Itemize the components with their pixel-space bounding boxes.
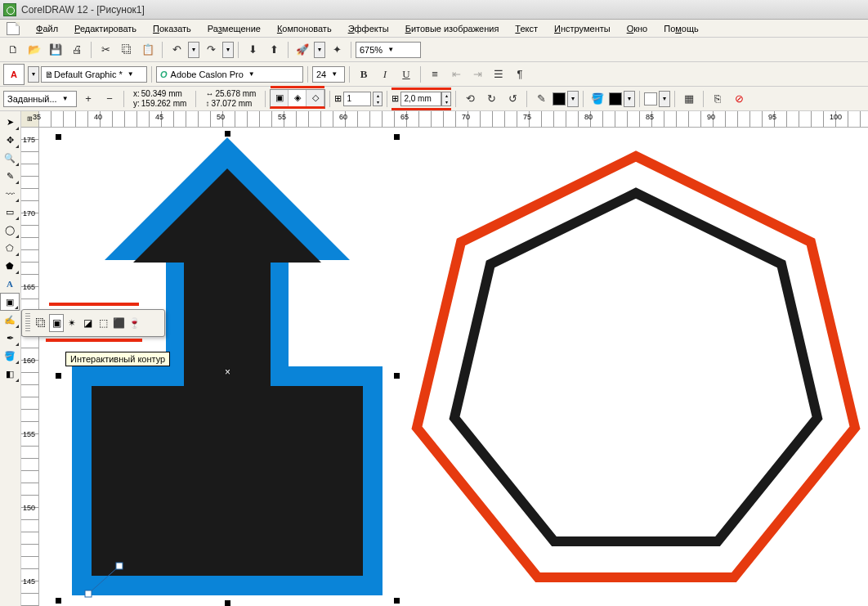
style-split[interactable]: ▾ — [28, 66, 39, 83]
steps-spinner[interactable]: ▴▾ — [373, 92, 383, 106]
contour-outside-button[interactable]: ◇ — [306, 90, 324, 106]
selection-center-marker[interactable]: × — [223, 367, 232, 376]
redo-dropdown[interactable]: ▾ — [222, 42, 234, 58]
object-accel-button[interactable]: ▦ — [679, 90, 699, 108]
flyout-grip[interactable] — [25, 313, 30, 333]
shadow-tool[interactable]: ◪ — [80, 314, 95, 332]
indent-inc-button[interactable]: ⇥ — [468, 65, 487, 83]
export-button[interactable]: ⬆ — [264, 41, 284, 59]
text-tool[interactable]: A — [0, 275, 20, 293]
polygon-tool[interactable]: ⬠ — [0, 239, 20, 257]
import-button[interactable]: ⬇ — [243, 41, 262, 59]
paste-button[interactable]: 📋 — [138, 41, 158, 59]
outline-color-drop[interactable]: ▾ — [567, 91, 579, 107]
fill-tool[interactable]: 🪣 — [0, 347, 20, 365]
transparency-tool[interactable]: 🍷 — [127, 314, 141, 332]
contour-color-cw-button[interactable]: ↻ — [481, 90, 501, 108]
remove-preset-button[interactable]: − — [100, 90, 119, 108]
add-preset-button[interactable]: + — [78, 90, 98, 108]
undo-dropdown[interactable]: ▾ — [188, 42, 199, 58]
contour-tool[interactable]: ▣ — [49, 314, 64, 332]
interactive-fill-tool[interactable]: ◧ — [0, 365, 20, 383]
ruler-label: 45 — [155, 113, 163, 121]
contour-color-ccw-button[interactable]: ↺ — [503, 90, 522, 108]
italic-button[interactable]: I — [375, 65, 395, 83]
menu-file[interactable]: Файл — [28, 21, 66, 36]
blend-tool[interactable]: ⿻ — [34, 314, 48, 332]
cut-button[interactable]: ✂ — [96, 41, 115, 59]
eyedropper-tool[interactable]: ✍ — [0, 311, 20, 329]
contour-inside-button[interactable]: ◈ — [289, 90, 306, 106]
undo-button[interactable]: ↶ — [167, 41, 186, 59]
menu-layout[interactable]: Размещение — [199, 21, 269, 36]
outline-color-swatch[interactable] — [553, 92, 566, 105]
bold-button[interactable]: B — [354, 65, 374, 83]
menu-edit[interactable]: Редактировать — [66, 21, 145, 36]
font-dropdown[interactable]: O Adobe Caslon Pro ▼ — [156, 66, 303, 83]
launcher-dropdown[interactable]: ▾ — [314, 42, 325, 58]
font-value: Adobe Caslon Pro — [171, 70, 244, 79]
ruler-horizontal: ⊞ 35404550556065707580859095100 — [21, 111, 868, 128]
envelope-tool[interactable]: ⬚ — [96, 314, 110, 332]
contour-offset-input[interactable]: 2,0 mm — [400, 92, 441, 106]
menu-arrange[interactable]: Компоновать — [269, 21, 340, 36]
underline-button[interactable]: U — [396, 65, 416, 83]
menu-window[interactable]: Окно — [619, 21, 656, 36]
print-button[interactable]: 🖨 — [67, 41, 87, 59]
menu-bitmaps[interactable]: Битовые изображения — [397, 21, 508, 36]
basic-shapes-tool[interactable]: ⬟ — [0, 257, 20, 275]
app-launcher-button[interactable]: 🚀 — [293, 41, 312, 59]
zoom-value: 675% — [360, 45, 383, 55]
menu-text[interactable]: Текст — [507, 21, 546, 36]
end-color-swatch[interactable] — [644, 92, 657, 105]
zoom-tool[interactable]: 🔍 — [0, 149, 20, 167]
ruler-label: 65 — [400, 113, 409, 121]
fill-color-drop[interactable]: ▾ — [624, 91, 635, 107]
indent-dec-button[interactable]: ⇤ — [446, 65, 466, 83]
align-left-button[interactable]: ≡ — [425, 65, 445, 83]
nonprinting-button[interactable]: ¶ — [510, 65, 530, 83]
extrude-tool[interactable]: ⬛ — [111, 314, 126, 332]
canvas[interactable]: × — [39, 128, 868, 606]
outline-tool[interactable]: ✒ — [0, 329, 20, 347]
pick-tool[interactable]: ➤ — [0, 113, 20, 131]
save-button[interactable]: 💾 — [46, 41, 65, 59]
ruler-vertical: 175170165160155150145 — [21, 128, 39, 606]
style-dropdown[interactable]: 🗎 Default Graphic * ▼ — [41, 66, 147, 83]
offset-spinner[interactable]: ▴▾ — [441, 92, 451, 106]
smart-draw-tool[interactable]: 〰 — [0, 185, 20, 203]
ruler-label: 55 — [278, 113, 286, 121]
copy-props-button[interactable]: ⎘ — [708, 90, 727, 108]
end-color-drop[interactable]: ▾ — [659, 91, 670, 107]
outline-color-button[interactable]: ✎ — [531, 90, 551, 108]
distort-tool[interactable]: ✴ — [65, 314, 79, 332]
zoom-dropdown[interactable]: 675% ▼ — [356, 42, 421, 58]
document-icon[interactable] — [7, 22, 20, 35]
freehand-tool[interactable]: ✎ — [0, 167, 20, 185]
fill-color-swatch[interactable] — [609, 92, 622, 105]
ruler-label: 155 — [23, 430, 35, 438]
corel-online-button[interactable]: ✦ — [327, 41, 347, 59]
ellipse-tool[interactable]: ◯ — [0, 221, 20, 239]
menu-view[interactable]: Показать — [145, 21, 199, 36]
text-toolbar: A ▾ 🗎 Default Graphic * ▼ O Adobe Caslon… — [0, 62, 868, 87]
redo-button[interactable]: ↷ — [201, 41, 221, 59]
bullets-button[interactable]: ☰ — [489, 65, 508, 83]
font-size-dropdown[interactable]: 24 ▼ — [312, 66, 345, 83]
open-button[interactable]: 📂 — [25, 41, 44, 59]
rectangle-tool[interactable]: ▭ — [0, 203, 20, 221]
menu-effects[interactable]: Эффекты — [340, 21, 397, 36]
contour-center-button[interactable]: ▣ — [271, 90, 289, 106]
shape-tool[interactable]: ✥ — [0, 131, 20, 149]
new-button[interactable]: 🗋 — [3, 41, 23, 59]
heptagon-shape[interactable] — [407, 148, 865, 606]
menu-help[interactable]: Помощь — [655, 21, 707, 36]
clear-contour-button[interactable]: ⊘ — [729, 90, 749, 108]
preset-dropdown[interactable]: Заданный... ▼ — [3, 91, 77, 107]
copy-button[interactable]: ⿻ — [117, 41, 136, 59]
contour-steps-input[interactable]: 1 — [343, 92, 371, 106]
fill-color-button[interactable]: 🪣 — [588, 90, 607, 108]
interactive-tool[interactable]: ▣ — [0, 293, 20, 311]
menu-tools[interactable]: Инструменты — [546, 21, 619, 36]
contour-color-lin-button[interactable]: ⟲ — [460, 90, 480, 108]
